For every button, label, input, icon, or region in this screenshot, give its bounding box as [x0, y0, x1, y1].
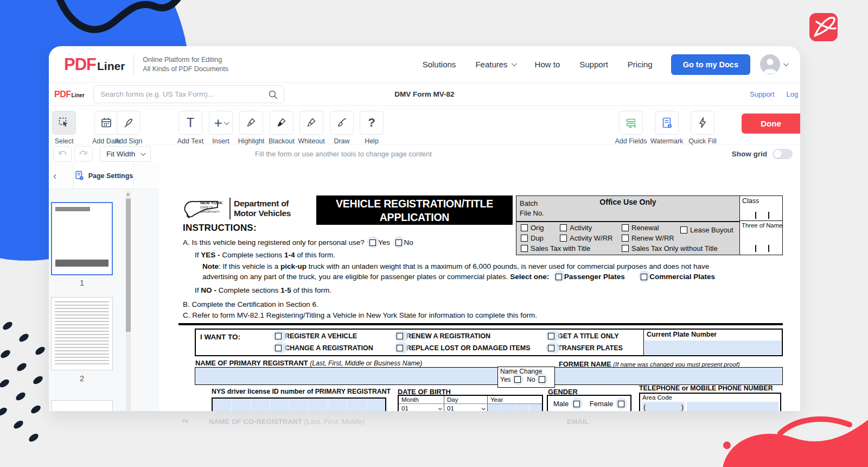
- nav-features[interactable]: Features: [475, 60, 515, 69]
- scroll-up-arrow[interactable]: [126, 193, 130, 195]
- tool-add-text[interactable]: T Add Text: [175, 111, 206, 145]
- nav-how-to[interactable]: How to: [535, 60, 560, 69]
- pages-sidebar: ‹ Page Settings 1: [49, 163, 159, 411]
- instruction-a: A. Is this vehicle being registered only…: [183, 238, 413, 247]
- primary-registrant-hint: (Last, First, Middle or Business Name): [310, 359, 422, 367]
- scrollbar-thumb[interactable]: [126, 199, 131, 332]
- current-plate-field[interactable]: [644, 340, 781, 355]
- register-vehicle-checkbox[interactable]: [275, 332, 285, 340]
- name-change-no-checkbox[interactable]: [539, 376, 545, 383]
- account-menu[interactable]: [760, 54, 787, 74]
- undo-button[interactable]: [53, 146, 72, 162]
- quick-fill-lightning-icon: [696, 116, 709, 129]
- blackout-brush-icon: [275, 116, 288, 129]
- page-controls: Fit Width Fill the form or use another t…: [49, 144, 800, 163]
- sales-tax-title-checkbox[interactable]: [521, 245, 528, 252]
- page-thumbnail-2[interactable]: [51, 297, 113, 370]
- orig-label: Orig: [531, 224, 544, 232]
- dl-number-field[interactable]: [212, 397, 386, 411]
- tagline-line2: All Kinds of PDF Documents: [143, 65, 228, 74]
- pdfliner-logo[interactable]: PDF Liner: [64, 55, 125, 74]
- form-title-banner: VEHICLE REGISTRATION/TITLE APPLICATION: [316, 195, 513, 225]
- redo-button[interactable]: [74, 146, 93, 162]
- login-link[interactable]: Log in: [787, 90, 800, 98]
- sales-tax-only-checkbox[interactable]: [622, 245, 629, 252]
- dob-day-header: Day: [444, 396, 488, 403]
- help-icon: ?: [368, 117, 375, 129]
- page-settings-tab[interactable]: Page Settings: [73, 163, 134, 189]
- tool-draw[interactable]: Draw: [327, 111, 357, 145]
- page-thumbnail-1[interactable]: [51, 202, 113, 275]
- logo-liner-text: Liner: [97, 60, 125, 73]
- renew-registration-checkbox[interactable]: [397, 332, 406, 340]
- main-nav: Solutions Features How to Support Pricin…: [423, 60, 653, 69]
- show-grid-label: Show grid: [732, 150, 767, 158]
- search-input[interactable]: [100, 90, 265, 98]
- logo-pdf-text: PDF: [64, 55, 96, 74]
- tool-highlight[interactable]: Highlight: [236, 111, 266, 145]
- file-no-label: File No.: [520, 209, 544, 217]
- nav-support[interactable]: Support: [579, 60, 608, 69]
- renew-wrr-checkbox[interactable]: [622, 235, 629, 242]
- change-registration-checkbox[interactable]: [275, 344, 285, 352]
- dob-day-select[interactable]: 01: [444, 404, 488, 411]
- pdfliner-logo-small[interactable]: PDF Liner: [54, 90, 88, 99]
- tool-blackout[interactable]: Blackout: [266, 111, 297, 145]
- sidebar-scrollbar[interactable]: [126, 191, 131, 411]
- go-to-my-docs-button[interactable]: Go to my Docs: [671, 54, 750, 75]
- i-want-to-label: I WANT TO:: [200, 333, 240, 341]
- activity-checkbox[interactable]: [560, 224, 567, 231]
- female-checkbox[interactable]: [618, 400, 624, 408]
- tool-whiteout[interactable]: Whiteout: [296, 111, 327, 145]
- phone-box: Area Code ( ): [639, 393, 781, 411]
- draw-paintbrush-icon: [335, 116, 348, 129]
- collapse-sidebar-icon[interactable]: ‹: [53, 169, 57, 182]
- office-use-title: Office Use Only: [516, 198, 739, 206]
- zoom-select[interactable]: Fit Width: [100, 146, 151, 162]
- insert-plus-icon: +: [214, 116, 222, 130]
- primary-registrant-field[interactable]: Name Change Yes No: [195, 367, 783, 385]
- transfer-plates-checkbox[interactable]: [548, 344, 558, 352]
- tool-help[interactable]: ? Help: [356, 111, 387, 145]
- commercial-plates-checkbox[interactable]: [641, 273, 647, 281]
- document-header: PDF Liner DMV Form MV-82 Support Log in: [49, 83, 800, 106]
- chevron-down-icon: [141, 150, 146, 156]
- page-settings-icon: [74, 171, 85, 181]
- name-change-yes-checkbox[interactable]: [514, 376, 521, 383]
- section-divider-rule: [178, 323, 783, 325]
- get-title-only-checkbox[interactable]: [548, 332, 558, 340]
- calendar-icon: [100, 116, 113, 129]
- personal-use-no-checkbox[interactable]: [395, 238, 402, 247]
- phone-number-field[interactable]: [687, 402, 778, 411]
- search-icon[interactable]: [268, 90, 278, 100]
- dup-checkbox[interactable]: [521, 235, 528, 242]
- orig-checkbox[interactable]: [521, 224, 528, 231]
- tool-select[interactable]: Select: [49, 111, 79, 145]
- tool-quick-fill[interactable]: Quick Fill: [685, 111, 720, 145]
- personal-use-yes-checkbox[interactable]: [369, 238, 376, 247]
- male-checkbox[interactable]: [573, 400, 580, 408]
- show-grid-control: Show grid: [732, 149, 793, 159]
- renewal-checkbox[interactable]: [622, 224, 629, 231]
- dob-month-select[interactable]: 01: [399, 404, 444, 411]
- avatar-icon: [760, 54, 780, 74]
- tagline-line1: Online Platform for Editing: [143, 55, 228, 65]
- tool-add-sign[interactable]: Add Sign: [113, 111, 144, 145]
- tool-insert[interactable]: + Insert: [206, 111, 236, 145]
- show-grid-toggle[interactable]: [773, 149, 793, 159]
- lease-buyout-checkbox[interactable]: [680, 226, 687, 234]
- tool-watermark[interactable]: Watermark: [649, 111, 685, 145]
- support-link[interactable]: Support: [750, 90, 775, 98]
- nav-pricing[interactable]: Pricing: [628, 60, 653, 69]
- activity-wrr-checkbox[interactable]: [560, 235, 567, 242]
- dept-line1: Department of: [234, 199, 291, 209]
- area-code-field[interactable]: ( ): [642, 402, 685, 411]
- tool-add-fields[interactable]: Add Fields: [613, 111, 649, 145]
- nav-solutions[interactable]: Solutions: [423, 60, 456, 69]
- replace-items-checkbox[interactable]: [397, 344, 406, 352]
- dept-line2: Motor Vehicles: [234, 209, 291, 218]
- passenger-plates-checkbox[interactable]: [556, 273, 562, 281]
- done-button[interactable]: Done: [742, 113, 800, 134]
- dob-year-field[interactable]: [488, 404, 542, 411]
- page-thumbnail-3-partial[interactable]: [51, 400, 113, 411]
